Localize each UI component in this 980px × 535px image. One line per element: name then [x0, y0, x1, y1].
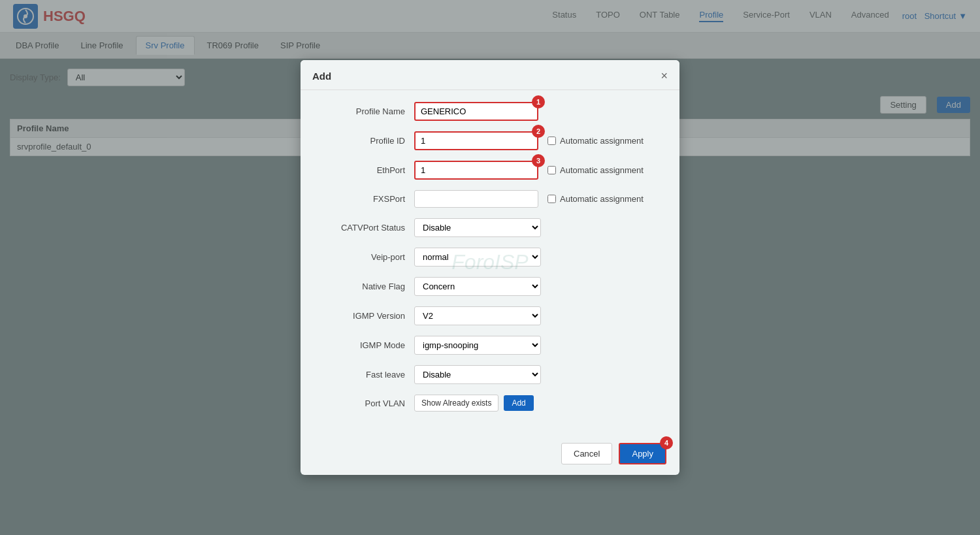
- badge-3: 3: [532, 154, 545, 167]
- native-flag-select[interactable]: Concern No Concern: [414, 277, 541, 296]
- profile-id-label: Profile ID: [320, 136, 405, 146]
- veipport-label: Veip-port: [320, 252, 405, 262]
- modal-close-button[interactable]: ×: [661, 69, 668, 83]
- modal-header: Add ×: [301, 60, 679, 90]
- ethport-auto-checkbox[interactable]: [547, 166, 556, 174]
- ethport-row: EthPort 3 Automatic assignment: [320, 161, 660, 180]
- igmp-mode-select[interactable]: igmp-snooping igmp-proxy: [414, 336, 541, 355]
- fxsport-row: FXSPort Automatic assignment: [320, 190, 660, 208]
- ethport-auto-assignment: Automatic assignment: [547, 165, 644, 175]
- port-vlan-label: Port VLAN: [320, 398, 405, 408]
- profile-name-label: Profile Name: [320, 106, 405, 116]
- fxsport-wrapper: [414, 190, 538, 208]
- fxsport-auto-checkbox[interactable]: [547, 195, 556, 203]
- fxsport-auto-label: Automatic assignment: [560, 194, 644, 204]
- native-flag-label: Native Flag: [320, 282, 405, 291]
- igmp-mode-label: IGMP Mode: [320, 340, 405, 350]
- badge-1: 1: [532, 95, 545, 108]
- modal-title: Add: [312, 71, 331, 82]
- igmp-version-row: IGMP Version V2 V3: [320, 306, 660, 325]
- igmp-version-label: IGMP Version: [320, 311, 405, 321]
- cancel-button[interactable]: Cancel: [561, 443, 612, 464]
- ethport-auto-label: Automatic assignment: [560, 165, 644, 175]
- modal-body: ForoISP Profile Name 1 Profile ID 2 Aut: [301, 90, 679, 434]
- veipport-select[interactable]: normal advanced: [414, 248, 541, 267]
- profile-id-row: Profile ID 2 Automatic assignment: [320, 131, 660, 150]
- fast-leave-row: Fast leave Disable Enable: [320, 365, 660, 384]
- badge-2: 2: [532, 125, 545, 138]
- native-flag-row: Native Flag Concern No Concern: [320, 277, 660, 296]
- profile-id-auto-label: Automatic assignment: [560, 136, 644, 146]
- apply-wrapper: Apply 4: [619, 443, 666, 464]
- veipport-row: Veip-port normal advanced: [320, 248, 660, 267]
- profile-id-auto-checkbox[interactable]: [547, 137, 556, 145]
- show-already-exists-button[interactable]: Show Already exists: [414, 395, 498, 412]
- profile-name-wrapper: 1: [414, 102, 538, 121]
- badge-4: 4: [660, 436, 673, 449]
- fxsport-auto-assignment: Automatic assignment: [547, 194, 644, 204]
- catvport-select[interactable]: Disable Enable: [414, 218, 541, 237]
- profile-id-input[interactable]: [414, 131, 538, 150]
- add-modal: Add × ForoISP Profile Name 1 Profile ID …: [301, 60, 679, 475]
- fxsport-label: FXSPort: [320, 194, 405, 204]
- profile-name-input[interactable]: [414, 102, 538, 121]
- modal-footer: Cancel Apply 4: [301, 434, 679, 475]
- profile-id-wrapper: 2: [414, 131, 538, 150]
- modal-overlay: Add × ForoISP Profile Name 1 Profile ID …: [0, 0, 980, 535]
- ethport-label: EthPort: [320, 165, 405, 175]
- ethport-input[interactable]: [414, 161, 538, 180]
- catvport-label: CATVPort Status: [320, 223, 405, 233]
- fast-leave-label: Fast leave: [320, 370, 405, 380]
- profile-name-row: Profile Name 1: [320, 102, 660, 121]
- add-vlan-button[interactable]: Add: [504, 395, 533, 411]
- igmp-mode-row: IGMP Mode igmp-snooping igmp-proxy: [320, 336, 660, 355]
- ethport-wrapper: 3: [414, 161, 538, 180]
- profile-id-auto-assignment: Automatic assignment: [547, 136, 644, 146]
- port-vlan-row: Port VLAN Show Already exists Add: [320, 395, 660, 412]
- fast-leave-select[interactable]: Disable Enable: [414, 365, 541, 384]
- igmp-version-select[interactable]: V2 V3: [414, 306, 541, 325]
- fxsport-input[interactable]: [414, 190, 538, 208]
- port-vlan-controls: Show Already exists Add: [414, 395, 534, 412]
- apply-button[interactable]: Apply: [619, 443, 666, 464]
- catvport-row: CATVPort Status Disable Enable: [320, 218, 660, 237]
